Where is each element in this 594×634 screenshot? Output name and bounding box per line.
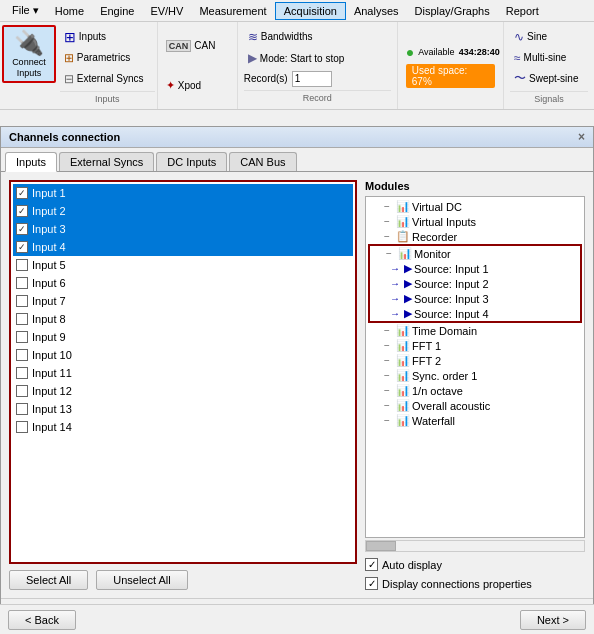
checkbox-input7[interactable] — [16, 295, 28, 307]
unselect-all-button[interactable]: Unselect All — [96, 570, 187, 590]
tab-dc-inputs[interactable]: DC Inputs — [156, 152, 227, 171]
list-item[interactable]: ✓ Input 2 — [13, 202, 353, 220]
mode-btn[interactable]: ▶ Mode: Start to stop — [244, 49, 391, 67]
available-icon: ● — [406, 44, 414, 60]
menu-engine[interactable]: Engine — [92, 3, 142, 19]
list-item[interactable]: Input 9 — [13, 328, 353, 346]
menu-home[interactable]: Home — [47, 3, 92, 19]
menu-evhv[interactable]: EV/HV — [142, 3, 191, 19]
checkbox-input8[interactable] — [16, 313, 28, 325]
select-all-button[interactable]: Select All — [9, 570, 88, 590]
tree-container[interactable]: − 📊 Virtual DC − 📊 Virtual Inputs − 📋 Re… — [365, 196, 585, 538]
tree-item-time-domain[interactable]: − 📊 Time Domain — [368, 323, 582, 338]
tree-item-monitor-group: − 📊 Monitor → ▶ Source: Input 1 → ▶ Sour… — [368, 244, 582, 323]
tree-item-fft1[interactable]: − 📊 FFT 1 — [368, 338, 582, 353]
sine-btn[interactable]: ∿ Sine — [510, 28, 588, 46]
list-item[interactable]: Input 8 — [13, 310, 353, 328]
ribbon-can-section: CAN CAN ✦ Xpod — [158, 22, 238, 109]
tree-item-monitor[interactable]: − 📊 Monitor — [370, 246, 580, 261]
checkbox-input14[interactable] — [16, 421, 28, 433]
checkbox-input6[interactable] — [16, 277, 28, 289]
record-section-title: Record — [244, 90, 391, 103]
tree-item-fft2[interactable]: − 📊 FFT 2 — [368, 353, 582, 368]
tree-item-sync-order1[interactable]: − 📊 Sync. order 1 — [368, 368, 582, 383]
menu-file[interactable]: File ▾ — [4, 2, 47, 19]
list-item[interactable]: ✓ Input 1 — [13, 184, 353, 202]
swept-sine-btn[interactable]: 〜 Swept-sine — [510, 70, 588, 88]
checkbox-input4[interactable]: ✓ — [16, 241, 28, 253]
list-item[interactable]: Input 13 — [13, 400, 353, 418]
tree-item-source-input1[interactable]: → ▶ Source: Input 1 — [370, 261, 580, 276]
multi-sine-btn[interactable]: ≈ Multi-sine — [510, 49, 588, 67]
checkbox-input13[interactable] — [16, 403, 28, 415]
checkbox-input12[interactable] — [16, 385, 28, 397]
modules-label: Modules — [365, 180, 585, 192]
dialog-close-button[interactable]: × — [578, 130, 585, 144]
checkbox-input10[interactable] — [16, 349, 28, 361]
menubar: File ▾ Home Engine EV/HV Measurement Acq… — [0, 0, 594, 22]
records-row: Record(s) — [244, 71, 391, 87]
can-btn[interactable]: CAN CAN — [162, 37, 233, 55]
list-item[interactable]: Input 5 — [13, 256, 353, 274]
input-list[interactable]: ✓ Input 1 ✓ Input 2 ✓ Input 3 ✓ Input 4 — [9, 180, 357, 564]
ribbon-record-section: ≋ Bandwidths ▶ Mode: Start to stop Recor… — [238, 22, 398, 109]
checkbox-input11[interactable] — [16, 367, 28, 379]
tab-external-syncs[interactable]: External Syncs — [59, 152, 154, 171]
auto-display-checkbox-row: ✓ Auto display — [365, 558, 585, 571]
tree-item-waterfall[interactable]: − 📊 Waterfall — [368, 413, 582, 428]
tree-item-source-input2[interactable]: → ▶ Source: Input 2 — [370, 276, 580, 291]
list-item[interactable]: Input 11 — [13, 364, 353, 382]
checkbox-input5[interactable] — [16, 259, 28, 271]
tree-item-overall-acoustic[interactable]: − 📊 Overall acoustic — [368, 398, 582, 413]
channels-connection-dialog: Channels connection × Inputs External Sy… — [0, 126, 594, 634]
parametrics-btn[interactable]: ⊞ Parametrics — [60, 49, 155, 67]
list-item[interactable]: ✓ Input 4 — [13, 238, 353, 256]
tree-item-virtual-inputs[interactable]: − 📊 Virtual Inputs — [368, 214, 582, 229]
auto-display-checkbox[interactable]: ✓ — [365, 558, 378, 571]
list-item[interactable]: Input 12 — [13, 382, 353, 400]
tab-can-bus[interactable]: CAN Bus — [229, 152, 296, 171]
records-input[interactable] — [292, 71, 332, 87]
back-button[interactable]: < Back — [8, 610, 76, 630]
connect-inputs-label: Connect Inputs — [8, 57, 50, 79]
menu-acquisition[interactable]: Acquisition — [275, 2, 346, 20]
list-item[interactable]: Input 10 — [13, 346, 353, 364]
auto-display-label: Auto display — [382, 559, 442, 571]
menu-display-graphs[interactable]: Display/Graphs — [407, 3, 498, 19]
list-item[interactable]: ✓ Input 3 — [13, 220, 353, 238]
xpod-btn[interactable]: ✦ Xpod — [162, 76, 233, 94]
bandwidths-btn[interactable]: ≋ Bandwidths — [244, 28, 391, 46]
nav-bar: < Back Next > — [0, 604, 594, 634]
list-action-btns: Select All Unselect All — [9, 570, 357, 590]
tree-item-source-input4[interactable]: → ▶ Source: Input 4 — [370, 306, 580, 321]
list-item[interactable]: Input 6 — [13, 274, 353, 292]
used-space-badge[interactable]: Used space: 67% — [406, 64, 495, 88]
tab-inputs[interactable]: Inputs — [5, 152, 57, 172]
ribbon-storage-section: ● Available 434:28:40 Used space: 67% — [398, 22, 504, 109]
checkbox-input9[interactable] — [16, 331, 28, 343]
inputs-btn[interactable]: ⊞ Inputs — [60, 28, 155, 46]
scrollbar-thumb[interactable] — [366, 541, 396, 551]
dialog-body: ✓ Input 1 ✓ Input 2 ✓ Input 3 ✓ Input 4 — [1, 172, 593, 598]
checkbox-input2[interactable]: ✓ — [16, 205, 28, 217]
menu-analyses[interactable]: Analyses — [346, 3, 407, 19]
ribbon: 🔌 Connect Inputs ⊞ Inputs ⊞ Parametrics … — [0, 22, 594, 110]
external-syncs-btn[interactable]: ⊟ External Syncs — [60, 70, 155, 88]
tree-item-recorder[interactable]: − 📋 Recorder — [368, 229, 582, 244]
signals-section-title: Signals — [510, 91, 588, 104]
menu-measurement[interactable]: Measurement — [191, 3, 274, 19]
checkbox-input3[interactable]: ✓ — [16, 223, 28, 235]
list-item[interactable]: Input 7 — [13, 292, 353, 310]
list-item[interactable]: Input 14 — [13, 418, 353, 436]
checkbox-input1[interactable]: ✓ — [16, 187, 28, 199]
dialog-tabs: Inputs External Syncs DC Inputs CAN Bus — [1, 148, 593, 172]
connect-inputs-button[interactable]: 🔌 Connect Inputs — [2, 25, 56, 83]
tree-item-source-input3[interactable]: → ▶ Source: Input 3 — [370, 291, 580, 306]
tree-item-virtual-dc[interactable]: − 📊 Virtual DC — [368, 199, 582, 214]
ribbon-signals-section: ∿ Sine ≈ Multi-sine 〜 Swept-sine Signals — [504, 22, 594, 109]
next-button[interactable]: Next > — [520, 610, 586, 630]
tree-item-1n-octave[interactable]: − 📊 1/n octave — [368, 383, 582, 398]
display-connections-checkbox[interactable]: ✓ — [365, 577, 378, 590]
menu-report[interactable]: Report — [498, 3, 547, 19]
tree-scrollbar[interactable] — [365, 540, 585, 552]
